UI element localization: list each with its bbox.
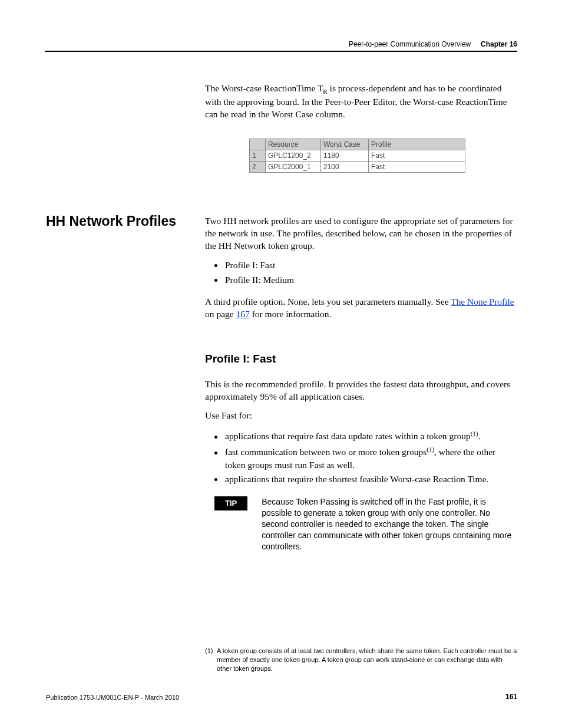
list-item: applications that require fast data upda… [224,429,517,443]
worst-case-table: Resource Worst Case Profile 1 GPLC1200_2… [249,139,465,173]
footnote-text: A token group consists of at least two c… [217,647,517,673]
section-heading-hh-profiles: HH Network Profiles [46,213,176,229]
footnote: (1) A token group consists of at least t… [205,647,517,673]
table-row: 1 GPLC1200_2 1180 Fast [250,150,465,161]
list-item: Profile II: Medium [224,274,517,286]
intro-paragraph: The Worst-case ReactionTime TR is proces… [205,83,517,121]
profile-p1: This is the recommended profile. It prov… [205,378,517,403]
hh-profiles-block: Two HH network profiles are used to conf… [205,215,517,327]
intro-text-a: The Worst-case ReactionTime T [205,83,323,93]
list-item: applications that require the shortest f… [224,473,517,486]
link-page-167[interactable]: 167 [236,309,250,319]
tip-badge: TIP [214,496,247,510]
link-none-profile[interactable]: The None Profile [451,297,514,307]
intro-subscript: R [323,88,327,95]
profile-fast-block: Profile I: Fast This is the recommended … [205,351,517,552]
table-header-profile: Profile [369,139,465,150]
table-row: 2 GPLC2000_1 2100 Fast [250,162,465,173]
intro-block: The Worst-case ReactionTime TR is proces… [205,83,517,173]
page-header: Peer-to-peer Communication Overview Chap… [349,40,517,48]
worst-case-table-wrap: Resource Worst Case Profile 1 GPLC1200_2… [249,139,473,173]
tip-text: Because Token Passing is switched off in… [262,496,517,552]
table-cell-resource: GPLC1200_2 [266,150,321,161]
profile-list: applications that require fast data upda… [205,429,517,486]
table-header-worstcase: Worst Case [321,139,369,150]
hh-intro-paragraph: Two HH network profiles are used to conf… [205,215,517,252]
table-cell-profile: Fast [369,162,465,173]
footnote-ref: (1) [427,446,434,453]
subheading-profile-fast: Profile I: Fast [205,351,517,367]
hh-third-pre: A third profile option, None, lets you s… [205,297,451,307]
header-section: Peer-to-peer Communication Overview [349,40,471,48]
hh-third-mid: on page [205,309,236,319]
hh-profiles-list: Profile I: Fast Profile II: Medium [205,259,517,286]
li-text-a: applications that require fast data upda… [225,431,471,442]
profile-p2: Use Fast for: [205,410,517,422]
footnote-number: (1) [205,647,217,673]
hh-third-post: for more information. [250,309,332,319]
list-item: fast communication between two or more t… [224,445,517,471]
footer-page-number: 161 [505,693,517,701]
header-rule [45,51,517,52]
li-text-a: fast communication between two or more t… [225,447,427,457]
table-cell-profile: Fast [369,150,465,161]
hh-third-paragraph: A third profile option, None, lets you s… [205,296,517,321]
table-header-resource: Resource [266,139,321,150]
table-cell-rownum: 2 [250,162,266,173]
footnote-ref: (1) [471,430,478,437]
table-header-row: Resource Worst Case Profile [250,139,465,150]
table-cell-worst: 2100 [321,162,369,173]
table-header-blank [250,139,266,150]
tip-block: TIP Because Token Passing is switched of… [205,496,517,552]
table-cell-worst: 1180 [321,150,369,161]
header-chapter: Chapter 16 [481,40,517,48]
table-cell-resource: GPLC2000_1 [266,162,321,173]
table-cell-rownum: 1 [250,150,266,161]
list-item: Profile I: Fast [224,259,517,272]
li-text-b: . [478,431,480,442]
footer-publication: Publication 1753-UM001C-EN-P - March 201… [46,694,179,701]
